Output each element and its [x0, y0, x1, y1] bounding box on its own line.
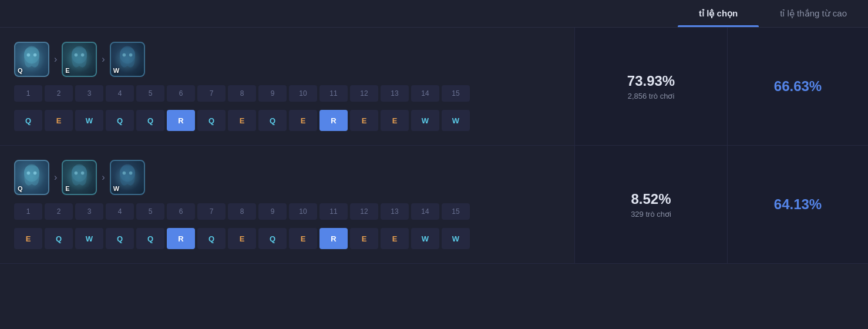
ability-icon-q-1: Q [14, 42, 49, 77]
level-numbers-2: 1 2 3 4 5 6 7 8 9 10 11 12 13 14 15 [14, 203, 560, 220]
ability-priority-1: Q › E › [14, 42, 560, 77]
e-label-1: E [65, 67, 69, 74]
arrow-4: › [102, 172, 105, 183]
level-keys-2: E Q W Q Q R Q E Q E R E E W W [14, 228, 560, 249]
svg-point-14 [81, 172, 85, 175]
arrow-2: › [102, 54, 105, 65]
e-label-2: E [65, 185, 69, 192]
q-label-2: Q [18, 185, 23, 192]
build-winrate-1: 66.63% [727, 28, 868, 145]
main-container: tỉ lệ chọn tỉ lệ thắng từ cao [0, 0, 868, 264]
svg-point-16 [122, 172, 126, 175]
svg-point-7 [122, 53, 126, 57]
win-rate-value-2: 64.13% [774, 196, 822, 213]
w-label-2: W [113, 185, 119, 192]
svg-point-10 [27, 172, 31, 175]
level-numbers-1: 1 2 3 4 5 6 7 8 9 10 11 12 13 14 15 [14, 85, 560, 102]
ability-priority-2: Q › E › [14, 160, 560, 195]
svg-point-17 [129, 172, 132, 175]
level-keys-1: Q E W Q Q R Q E Q E R E E W W [14, 110, 560, 131]
build-row-1: Q › E › [0, 28, 868, 146]
build-stats-1: 73.93% 2,856 trò chơi [574, 28, 727, 145]
content-area: Q › E › [0, 28, 868, 264]
svg-point-2 [33, 53, 37, 57]
games-count-2: 329 trò chơi [631, 210, 671, 219]
ability-icon-w-1: W [110, 42, 145, 77]
win-rate-value-1: 66.63% [774, 78, 822, 95]
svg-point-13 [75, 172, 78, 175]
svg-point-1 [27, 53, 31, 57]
build-left-2: Q › E › [0, 146, 574, 263]
ability-icon-q-2: Q [14, 160, 49, 195]
w-label-1: W [113, 67, 119, 74]
tabs-row: tỉ lệ chọn tỉ lệ thắng từ cao [0, 0, 868, 28]
games-count-1: 2,856 trò chơi [628, 92, 675, 100]
tab-pick-rate[interactable]: tỉ lệ chọn [678, 0, 759, 27]
svg-point-5 [81, 53, 85, 57]
arrow-1: › [54, 54, 57, 65]
ability-icon-w-2: W [110, 160, 145, 195]
arrow-3: › [54, 172, 57, 183]
build-left-1: Q › E › [0, 28, 574, 145]
svg-point-4 [75, 53, 78, 57]
ability-icon-e-2: E [62, 160, 97, 195]
q-label-1: Q [18, 67, 23, 74]
pick-rate-value-2: 8.52% [631, 191, 671, 207]
build-winrate-2: 64.13% [727, 146, 868, 263]
pick-rate-value-1: 73.93% [627, 73, 675, 89]
ability-icon-e-1: E [62, 42, 97, 77]
svg-point-8 [129, 53, 132, 57]
build-stats-2: 8.52% 329 trò chơi [574, 146, 727, 263]
tab-win-rate[interactable]: tỉ lệ thắng từ cao [759, 0, 868, 27]
build-row-2: Q › E › [0, 146, 868, 264]
svg-point-11 [33, 172, 37, 175]
